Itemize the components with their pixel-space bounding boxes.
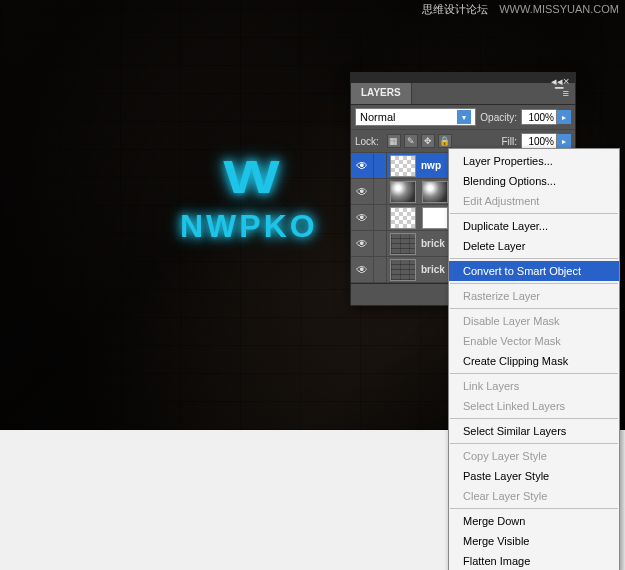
opacity-flyout-icon[interactable]: ▸	[557, 110, 571, 124]
watermark-top-cn: 思维设计论坛	[422, 3, 488, 15]
watermark-top: 思维设计论坛 WWW.MISSYUAN.COM	[422, 2, 619, 17]
tab-layers[interactable]: LAYERS	[351, 83, 412, 104]
panel-menu-button[interactable]: ▔≡	[549, 83, 575, 104]
link-column[interactable]	[373, 231, 387, 256]
lock-pixels-icon[interactable]: ✎	[404, 134, 418, 148]
menu-item[interactable]: Layer Properties...	[449, 151, 619, 171]
menu-separator	[450, 373, 618, 374]
neon-text: NWPKO	[180, 208, 318, 245]
opacity-field[interactable]: ▸	[521, 109, 571, 125]
blend-mode-dropdown[interactable]: Normal ▾	[355, 108, 476, 126]
menu-item[interactable]: Paste Layer Style	[449, 466, 619, 486]
neon-artwork: W NWPKO	[180, 150, 318, 245]
neon-logo: W	[159, 150, 338, 204]
menu-separator	[450, 308, 618, 309]
layer-thumbnail[interactable]	[422, 181, 448, 203]
blend-row: Normal ▾ Opacity: ▸	[351, 105, 575, 130]
menu-separator	[450, 418, 618, 419]
link-column[interactable]	[373, 179, 387, 204]
layer-thumbnail[interactable]	[390, 207, 416, 229]
watermark-top-url: WWW.MISSYUAN.COM	[499, 3, 619, 15]
blend-mode-value: Normal	[360, 111, 395, 123]
menu-separator	[450, 258, 618, 259]
layer-context-menu[interactable]: Layer Properties...Blending Options...Ed…	[448, 148, 620, 570]
layer-thumbnail[interactable]	[390, 233, 416, 255]
menu-item: Edit Adjustment	[449, 191, 619, 211]
menu-item[interactable]: Flatten Image	[449, 551, 619, 570]
menu-item[interactable]: Delete Layer	[449, 236, 619, 256]
menu-item: Select Linked Layers	[449, 396, 619, 416]
menu-item[interactable]: Duplicate Layer...	[449, 216, 619, 236]
menu-separator	[450, 508, 618, 509]
layer-thumbnail[interactable]	[422, 207, 448, 229]
menu-item: Link Layers	[449, 376, 619, 396]
visibility-icon[interactable]: 👁	[351, 159, 373, 173]
layer-thumbnail[interactable]	[390, 155, 416, 177]
menu-item: Rasterize Layer	[449, 286, 619, 306]
chevron-down-icon: ▾	[457, 110, 471, 124]
fill-flyout-icon[interactable]: ▸	[557, 134, 571, 148]
layer-thumbnail[interactable]	[390, 181, 416, 203]
menu-item[interactable]: Blending Options...	[449, 171, 619, 191]
menu-item: Enable Vector Mask	[449, 331, 619, 351]
visibility-icon[interactable]: 👁	[351, 237, 373, 251]
panel-tabs: LAYERS ▔≡	[351, 83, 575, 105]
menu-item: Clear Layer Style	[449, 486, 619, 506]
link-column[interactable]	[373, 153, 387, 178]
visibility-icon[interactable]: 👁	[351, 263, 373, 277]
visibility-icon[interactable]: 👁	[351, 185, 373, 199]
lock-icons: ▦ ✎ ✥ 🔒	[387, 134, 452, 148]
lock-all-icon[interactable]: 🔒	[438, 134, 452, 148]
menu-separator	[450, 443, 618, 444]
layer-thumbnail[interactable]	[390, 259, 416, 281]
fill-label: Fill:	[501, 136, 517, 147]
fill-field[interactable]: ▸	[521, 133, 571, 149]
menu-separator	[450, 283, 618, 284]
collapse-icon[interactable]: ◂◂	[551, 75, 559, 81]
menu-item: Copy Layer Style	[449, 446, 619, 466]
menu-item[interactable]: Merge Down	[449, 511, 619, 531]
close-icon[interactable]: ×	[563, 75, 571, 81]
menu-item[interactable]: Merge Visible	[449, 531, 619, 551]
menu-item[interactable]: Select Similar Layers	[449, 421, 619, 441]
lock-label: Lock:	[355, 136, 379, 147]
visibility-icon[interactable]: 👁	[351, 211, 373, 225]
menu-separator	[450, 213, 618, 214]
panel-titlebar[interactable]: ◂◂ ×	[351, 73, 575, 83]
lock-position-icon[interactable]: ✥	[421, 134, 435, 148]
menu-item[interactable]: Convert to Smart Object	[449, 261, 619, 281]
opacity-input[interactable]	[521, 109, 557, 125]
opacity-label: Opacity:	[480, 112, 517, 123]
lock-transparency-icon[interactable]: ▦	[387, 134, 401, 148]
menu-item: Disable Layer Mask	[449, 311, 619, 331]
link-column[interactable]	[373, 205, 387, 230]
menu-item[interactable]: Create Clipping Mask	[449, 351, 619, 371]
link-column[interactable]	[373, 257, 387, 282]
fill-input[interactable]	[521, 133, 557, 149]
